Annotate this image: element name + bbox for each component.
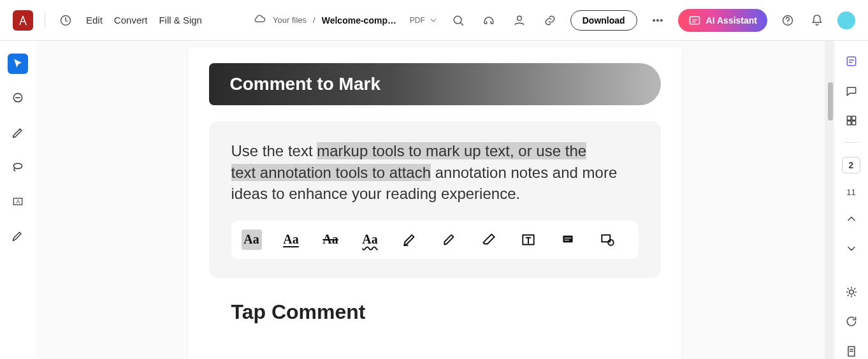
breadcrumb: Your files / Welcome-compr… <box>254 13 398 27</box>
avatar[interactable] <box>837 11 855 29</box>
note-icon[interactable] <box>558 230 578 250</box>
document-page: Comment to Mark Use the text markup tool… <box>188 47 682 359</box>
top-bar: Edit Convert Fill & Sign Your files / We… <box>0 0 868 41</box>
breadcrumb-file[interactable]: Welcome-compr… <box>322 15 398 26</box>
pen-tool[interactable] <box>8 226 28 246</box>
svg-rect-13 <box>563 235 572 242</box>
left-toolbar: A <box>0 41 36 359</box>
ai-panel-icon[interactable] <box>843 54 860 69</box>
notifications-icon[interactable] <box>808 11 826 29</box>
thumbnails-icon[interactable] <box>843 113 860 128</box>
total-pages: 11 <box>846 187 855 197</box>
menu-fill-sign[interactable]: Fill & Sign <box>159 15 202 26</box>
divider <box>45 13 45 28</box>
breadcrumb-root[interactable]: Your files <box>273 15 307 25</box>
current-page-badge[interactable]: 2 <box>842 157 861 173</box>
eraser-icon[interactable] <box>479 230 499 250</box>
divider <box>844 142 859 143</box>
svg-rect-18 <box>847 57 855 66</box>
select-tool[interactable] <box>8 54 28 74</box>
right-rail: 2 11 <box>834 41 868 359</box>
svg-rect-21 <box>847 121 851 125</box>
svg-point-3 <box>653 19 655 21</box>
page-view-icon[interactable] <box>843 344 860 359</box>
filetype-chip[interactable]: PDF <box>410 16 438 25</box>
help-icon[interactable] <box>779 11 797 29</box>
svg-point-17 <box>608 240 614 245</box>
more-icon[interactable] <box>649 11 667 29</box>
text-highlight-2: text annotation tools to attach <box>231 164 431 181</box>
markup-toolbar: Aa Aa Aa Aa <box>231 221 639 259</box>
marker-icon[interactable] <box>439 230 459 250</box>
svg-rect-22 <box>851 121 855 125</box>
recent-icon[interactable] <box>57 11 75 29</box>
download-button[interactable]: Download <box>570 10 637 31</box>
next-page-icon[interactable] <box>843 240 860 256</box>
instruction-card: Use the text markup tools to mark up tex… <box>209 121 661 278</box>
svg-rect-15 <box>564 240 569 240</box>
text-select-tool[interactable]: A <box>8 191 28 212</box>
text-highlight-1: markup tools to mark up text, or use the <box>317 142 586 159</box>
scrollbar-thumb[interactable] <box>828 82 833 121</box>
app-logo[interactable] <box>13 10 33 31</box>
scrollbar-track[interactable] <box>825 41 834 359</box>
underline-tool[interactable]: Aa <box>281 230 301 250</box>
text-pre: Use the text <box>231 142 317 159</box>
instruction-text: Use the text markup tools to mark up tex… <box>231 140 639 205</box>
svg-point-4 <box>656 19 658 21</box>
link-icon[interactable] <box>541 11 559 29</box>
rotate-icon[interactable] <box>843 314 860 329</box>
theme-icon[interactable] <box>843 284 860 300</box>
squiggle-tool[interactable]: Aa <box>360 230 380 250</box>
search-icon[interactable] <box>449 11 467 29</box>
highlighter-icon[interactable] <box>400 230 420 250</box>
svg-text:A: A <box>17 198 20 205</box>
svg-rect-14 <box>564 238 571 238</box>
ai-assistant-label: AI Assistant <box>706 15 757 26</box>
prev-page-icon[interactable] <box>843 211 860 226</box>
section-banner: Comment to Mark <box>209 63 661 105</box>
svg-point-23 <box>849 290 853 295</box>
filetype-label: PDF <box>410 16 425 25</box>
cloud-icon <box>254 13 266 27</box>
svg-point-2 <box>517 16 521 20</box>
draw-tool[interactable] <box>8 122 28 143</box>
svg-point-5 <box>660 19 662 21</box>
read-aloud-icon[interactable] <box>480 11 498 29</box>
stamp-icon[interactable] <box>597 230 618 250</box>
comments-panel-icon[interactable] <box>843 83 860 98</box>
share-user-icon[interactable] <box>510 11 528 29</box>
textbox-icon[interactable] <box>518 230 539 250</box>
ai-assistant-button[interactable]: AI Assistant <box>678 9 767 32</box>
lasso-tool[interactable] <box>8 157 28 177</box>
strikethrough-tool[interactable]: Aa <box>321 230 341 250</box>
svg-rect-19 <box>847 116 851 120</box>
document-canvas: Comment to Mark Use the text markup tool… <box>36 41 834 359</box>
svg-rect-20 <box>851 116 855 120</box>
menu-convert[interactable]: Convert <box>114 15 148 26</box>
comment-tool[interactable] <box>8 88 28 108</box>
highlight-text-tool[interactable]: Aa <box>242 230 262 250</box>
menu-edit[interactable]: Edit <box>86 15 103 26</box>
breadcrumb-sep: / <box>313 15 315 25</box>
section-2-title: Tap Comment <box>231 300 661 324</box>
svg-rect-6 <box>690 17 699 24</box>
